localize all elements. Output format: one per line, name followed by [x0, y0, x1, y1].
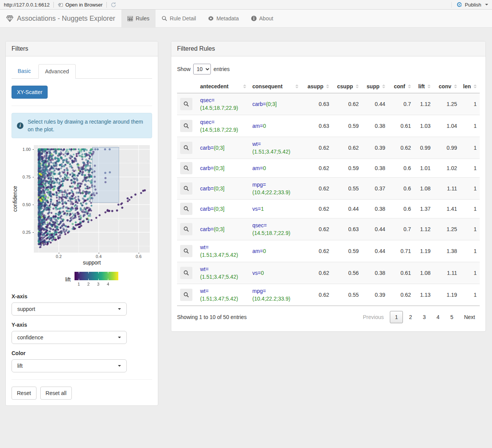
asupp-value: 0.62 — [301, 218, 332, 240]
inspect-rule-button[interactable] — [180, 142, 192, 154]
table-row: carb=(0;3]wt=(1.51;3.47;5.42)0.620.620.3… — [177, 137, 480, 159]
column-header-csupp[interactable]: csupp — [332, 80, 362, 93]
tab-about[interactable]: About — [245, 10, 280, 27]
conf-value: 0.61 — [388, 262, 414, 284]
page-button-5[interactable]: 5 — [446, 311, 458, 323]
sort-icon — [356, 84, 359, 88]
tab-basic[interactable]: Basic — [12, 64, 37, 79]
chevron-down-icon — [118, 308, 121, 310]
conf-value: 0.6 — [388, 159, 414, 178]
plot-selection-rect[interactable] — [92, 147, 119, 203]
filters-panel: Filters Basic Advanced XY-Scatter i Sele… — [5, 41, 158, 406]
previous-page-button[interactable]: Previous — [358, 311, 388, 323]
pagination: Previous12345Next — [358, 311, 480, 323]
len-value: 1 — [460, 200, 480, 218]
column-header-conf[interactable]: conf — [388, 80, 414, 93]
next-page-button[interactable]: Next — [459, 311, 480, 323]
page-button-4[interactable]: 4 — [432, 311, 444, 323]
page-button-1[interactable]: 1 — [390, 311, 403, 323]
page-button-2[interactable]: 2 — [404, 311, 417, 323]
asupp-value: 0.62 — [301, 240, 332, 262]
inspect-rule-button[interactable] — [180, 182, 192, 195]
column-header-consequent[interactable]: consequent — [249, 80, 301, 93]
sort-icon — [408, 84, 411, 88]
inspect-rule-button[interactable] — [180, 245, 192, 257]
navbar: Associations - Nuggets Explorer Rules Ru… — [0, 10, 492, 28]
plot-help-alert: i Select rules by drawing a rectangle ar… — [12, 113, 152, 138]
viridis-gradient-bar — [75, 272, 118, 280]
antecedent-cell: carb=(0;3] — [197, 159, 249, 178]
conv-value: 1.38 — [434, 240, 460, 262]
tab-rules[interactable]: Rules — [121, 10, 156, 27]
xaxis-select[interactable]: support — [12, 303, 127, 316]
asupp-value: 0.62 — [301, 200, 332, 218]
supp-value: 0.39 — [362, 137, 388, 159]
xy-scatter-button[interactable]: XY-Scatter — [12, 86, 48, 99]
conv-value: 1.11 — [434, 178, 460, 200]
column-header-lift[interactable]: lift — [414, 80, 434, 93]
inspect-rule-button[interactable] — [180, 203, 192, 215]
legend-tick-label: 3 — [97, 282, 99, 286]
conf-value: 0.6 — [388, 178, 414, 200]
scatter-plot[interactable] — [34, 145, 150, 253]
antecedent-cell: qsec=(14.5;18.7;22.9) — [197, 93, 249, 115]
csupp-value: 0.59 — [332, 115, 362, 137]
table-row: carb=(0;3]qsec=(14.5;18.7;22.9)0.620.630… — [177, 218, 480, 240]
legend-tick-label: 4 — [107, 282, 109, 286]
sort-icon — [243, 84, 246, 88]
inspect-rule-button[interactable] — [180, 162, 192, 174]
gear-icon — [208, 16, 214, 21]
rules-table: antecedentconsequentasuppcsuppsuppconfli… — [177, 80, 480, 306]
supp-value: 0.38 — [362, 262, 388, 284]
supp-value: 0.38 — [362, 159, 388, 178]
legend-tick-label: 1 — [78, 282, 80, 286]
column-header-asupp[interactable]: asupp — [301, 80, 332, 93]
lift-value: 1.01 — [414, 159, 434, 178]
refresh-icon[interactable] — [111, 2, 116, 8]
asupp-value: 0.62 — [301, 137, 332, 159]
len-value: 1 — [460, 218, 480, 240]
conf-value: 0.62 — [388, 137, 414, 159]
color-select[interactable]: lift — [12, 359, 127, 372]
inspect-rule-button[interactable] — [180, 267, 192, 279]
column-header-antecedent[interactable]: antecedent — [197, 80, 249, 93]
consequent-cell: am=0 — [249, 240, 301, 262]
conv-value: 1.04 — [434, 115, 460, 137]
column-header-len[interactable]: len — [460, 80, 480, 93]
tab-metadata[interactable]: Metadata — [202, 10, 245, 27]
page-length-select[interactable]: 10 — [193, 64, 211, 74]
sort-icon — [295, 84, 298, 88]
column-header-conv[interactable]: conv — [434, 80, 460, 93]
yaxis-select[interactable]: confidence — [12, 331, 127, 344]
consequent-cell: am=0 — [249, 159, 301, 178]
inspect-rule-button[interactable] — [180, 223, 192, 235]
table-row: qsec=(14.5;18.7;22.9)carb=(0;3]0.630.620… — [177, 93, 480, 115]
lift-value: 1.12 — [414, 218, 434, 240]
inspect-rule-button[interactable] — [180, 98, 192, 110]
consequent-cell: vs=0 — [249, 262, 301, 284]
consequent-cell: wt=(1.51;3.47;5.42) — [249, 137, 301, 159]
legend-tick-label: 2 — [87, 282, 89, 286]
reset-button[interactable]: Reset — [12, 387, 36, 400]
sort-icon — [474, 84, 477, 88]
column-header-supp[interactable]: supp — [362, 80, 388, 93]
lift-value: 1.12 — [414, 93, 434, 115]
plot-help-text: Select rules by drawing a rectangle arou… — [28, 118, 147, 133]
rules-panel-title: Filtered Rules — [171, 41, 485, 56]
consequent-cell: vs=1 — [249, 200, 301, 218]
open-in-browser-button[interactable]: Open in Browser — [58, 2, 103, 8]
chevron-down-icon — [118, 337, 121, 338]
y-axis-title: confidence — [12, 145, 18, 253]
inspect-rule-button[interactable] — [180, 289, 192, 301]
lift-value: 1.37 — [414, 200, 434, 218]
xaxis-control: X-axis support — [12, 293, 152, 316]
tab-rule-detail[interactable]: Rule Detail — [156, 10, 202, 27]
tab-advanced[interactable]: Advanced — [38, 64, 75, 79]
page-button-3[interactable]: 3 — [418, 311, 431, 323]
len-value: 1 — [460, 284, 480, 306]
publish-button[interactable]: Publish — [451, 2, 488, 8]
reset-all-button[interactable]: Reset all — [40, 387, 72, 400]
inspect-rule-button[interactable] — [180, 120, 192, 132]
supp-value: 0.39 — [362, 284, 388, 306]
publish-caret-icon[interactable] — [485, 4, 488, 5]
